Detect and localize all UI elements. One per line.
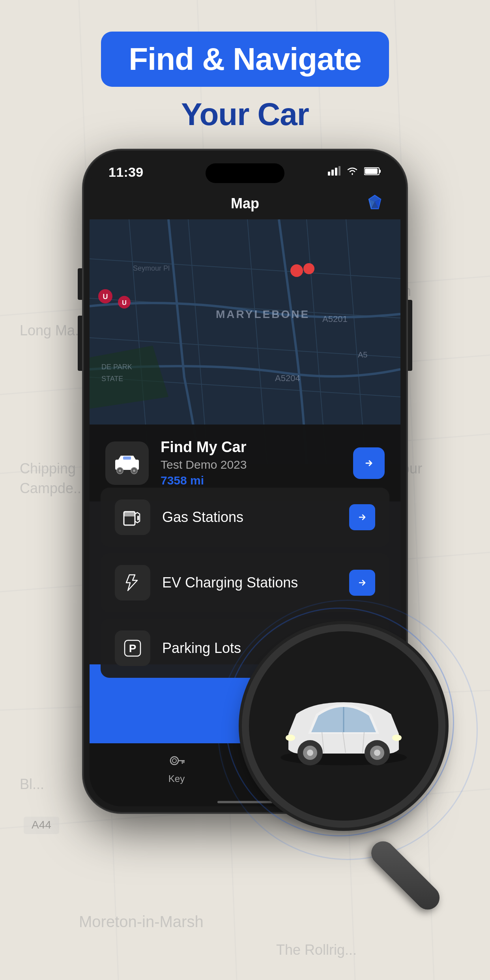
status-icons [328, 166, 382, 179]
gas-stations-item[interactable]: Gas Stations [101, 488, 389, 547]
svg-rect-25 [331, 170, 334, 176]
svg-point-62 [119, 469, 121, 472]
find-car-subtitle: Test Demo 2023 [161, 458, 341, 471]
svg-rect-64 [123, 456, 131, 460]
svg-point-63 [133, 469, 135, 472]
svg-point-71 [172, 759, 176, 763]
car-icon-box [105, 441, 149, 485]
svg-text:A44: A44 [32, 819, 51, 831]
find-car-title: Find My Car [161, 439, 341, 456]
gas-icon-box [115, 499, 150, 535]
phone-volume-btn2 [78, 316, 82, 371]
svg-text:STATE: STATE [101, 375, 123, 383]
svg-rect-27 [339, 166, 340, 176]
svg-rect-24 [328, 172, 330, 176]
svg-rect-29 [379, 170, 381, 173]
header: Find & Navigate Your Car [0, 32, 490, 133]
phone-mockup: 11:39 [83, 150, 407, 813]
app-header: Map [90, 188, 400, 219]
svg-point-70 [170, 757, 178, 765]
svg-text:Chipping: Chipping [20, 460, 76, 477]
battery-icon [364, 166, 382, 178]
svg-text:MARYLEBONE: MARYLEBONE [216, 308, 310, 320]
svg-point-54 [303, 263, 314, 274]
svg-text:DE PARK: DE PARK [101, 363, 132, 371]
dynamic-island [206, 163, 284, 183]
svg-point-87 [286, 735, 295, 741]
svg-rect-66 [124, 512, 135, 516]
headline-line1: Find & Navigate [129, 43, 361, 76]
signal-icon [328, 166, 340, 178]
svg-point-85 [374, 750, 380, 756]
svg-text:A5201: A5201 [322, 314, 348, 324]
svg-text:Long Ma...: Long Ma... [20, 322, 87, 339]
status-bar: 11:39 [90, 156, 400, 188]
svg-rect-30 [365, 168, 378, 174]
find-car-info: Find My Car Test Demo 2023 7358 mi [161, 439, 341, 487]
svg-text:A5: A5 [358, 350, 367, 359]
svg-text:Moreton-in-Marsh: Moreton-in-Marsh [79, 913, 204, 930]
headline-line2: Your Car [181, 96, 309, 133]
svg-text:A5204: A5204 [275, 373, 300, 383]
svg-point-53 [290, 264, 303, 277]
svg-rect-26 [335, 168, 337, 176]
app-header-title: Map [231, 195, 259, 212]
phone-volume-btn [78, 268, 82, 300]
status-time: 11:39 [108, 165, 143, 180]
magnifier-glass [249, 631, 438, 821]
gas-stations-arrow[interactable] [349, 504, 375, 530]
svg-point-84 [307, 750, 313, 756]
phone-power-btn [408, 300, 412, 371]
svg-text:U: U [122, 299, 127, 306]
wifi-icon [346, 166, 359, 179]
gem-icon[interactable] [367, 194, 383, 214]
gas-stations-label: Gas Stations [162, 509, 337, 526]
svg-text:The Rollrig...: The Rollrig... [276, 942, 357, 958]
svg-text:U: U [103, 293, 108, 301]
find-car-distance: 7358 mi [161, 474, 341, 487]
svg-point-86 [392, 735, 402, 741]
headline-badge: Find & Navigate [101, 32, 389, 87]
svg-rect-67 [137, 516, 139, 520]
ev-icon-box [115, 565, 150, 600]
svg-text:Seymour Pl: Seymour Pl [133, 264, 170, 272]
svg-text:Campde...: Campde... [20, 480, 85, 496]
find-car-arrow-button[interactable] [353, 447, 385, 479]
svg-text:P: P [129, 642, 137, 655]
svg-text:Bl...: Bl... [20, 776, 44, 792]
magnifier-overlay [178, 568, 454, 844]
parking-icon-box: P [115, 630, 150, 666]
